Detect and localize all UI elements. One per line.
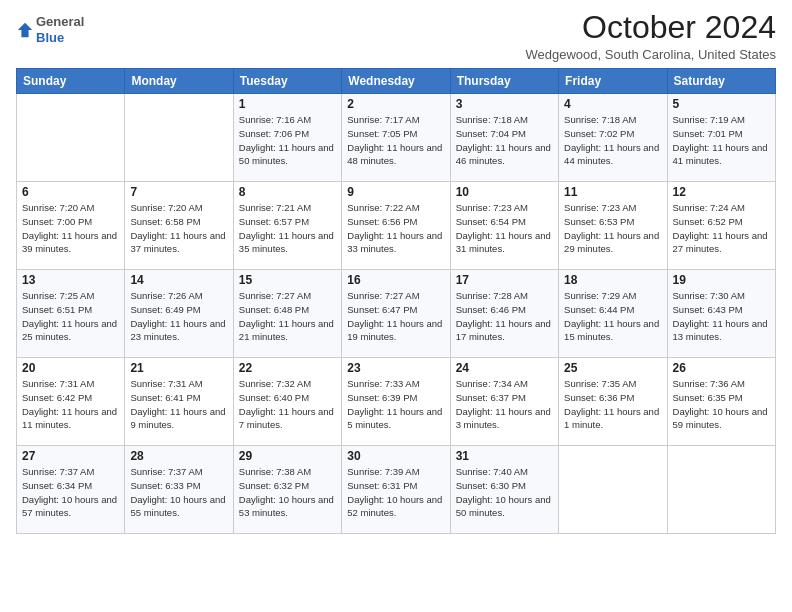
- day-number: 10: [456, 185, 553, 199]
- day-info: Sunrise: 7:22 AMSunset: 6:56 PMDaylight:…: [347, 201, 444, 256]
- day-number: 15: [239, 273, 336, 287]
- day-header-thursday: Thursday: [450, 69, 558, 94]
- day-header-tuesday: Tuesday: [233, 69, 341, 94]
- day-info: Sunrise: 7:28 AMSunset: 6:46 PMDaylight:…: [456, 289, 553, 344]
- day-info: Sunrise: 7:37 AMSunset: 6:34 PMDaylight:…: [22, 465, 119, 520]
- day-info: Sunrise: 7:33 AMSunset: 6:39 PMDaylight:…: [347, 377, 444, 432]
- calendar-cell: 23Sunrise: 7:33 AMSunset: 6:39 PMDayligh…: [342, 358, 450, 446]
- day-header-friday: Friday: [559, 69, 667, 94]
- day-info: Sunrise: 7:38 AMSunset: 6:32 PMDaylight:…: [239, 465, 336, 520]
- svg-marker-0: [18, 22, 32, 36]
- day-info: Sunrise: 7:20 AMSunset: 7:00 PMDaylight:…: [22, 201, 119, 256]
- calendar-week-5: 27Sunrise: 7:37 AMSunset: 6:34 PMDayligh…: [17, 446, 776, 534]
- day-number: 20: [22, 361, 119, 375]
- calendar-cell: 9Sunrise: 7:22 AMSunset: 6:56 PMDaylight…: [342, 182, 450, 270]
- day-info: Sunrise: 7:34 AMSunset: 6:37 PMDaylight:…: [456, 377, 553, 432]
- day-number: 28: [130, 449, 227, 463]
- day-info: Sunrise: 7:20 AMSunset: 6:58 PMDaylight:…: [130, 201, 227, 256]
- day-number: 18: [564, 273, 661, 287]
- location: Wedgewood, South Carolina, United States: [525, 47, 776, 62]
- day-number: 27: [22, 449, 119, 463]
- day-info: Sunrise: 7:17 AMSunset: 7:05 PMDaylight:…: [347, 113, 444, 168]
- logo: General Blue: [16, 14, 84, 45]
- day-number: 25: [564, 361, 661, 375]
- calendar-cell: 16Sunrise: 7:27 AMSunset: 6:47 PMDayligh…: [342, 270, 450, 358]
- calendar-table: SundayMondayTuesdayWednesdayThursdayFrid…: [16, 68, 776, 534]
- calendar-cell: 24Sunrise: 7:34 AMSunset: 6:37 PMDayligh…: [450, 358, 558, 446]
- day-info: Sunrise: 7:25 AMSunset: 6:51 PMDaylight:…: [22, 289, 119, 344]
- calendar-cell: 18Sunrise: 7:29 AMSunset: 6:44 PMDayligh…: [559, 270, 667, 358]
- calendar-cell: 31Sunrise: 7:40 AMSunset: 6:30 PMDayligh…: [450, 446, 558, 534]
- day-number: 14: [130, 273, 227, 287]
- calendar-cell: 14Sunrise: 7:26 AMSunset: 6:49 PMDayligh…: [125, 270, 233, 358]
- calendar-cell: 21Sunrise: 7:31 AMSunset: 6:41 PMDayligh…: [125, 358, 233, 446]
- calendar-cell: 27Sunrise: 7:37 AMSunset: 6:34 PMDayligh…: [17, 446, 125, 534]
- day-info: Sunrise: 7:31 AMSunset: 6:42 PMDaylight:…: [22, 377, 119, 432]
- day-number: 13: [22, 273, 119, 287]
- header: General Blue October 2024 Wedgewood, Sou…: [16, 10, 776, 62]
- month-title: October 2024: [525, 10, 776, 45]
- calendar-cell: 28Sunrise: 7:37 AMSunset: 6:33 PMDayligh…: [125, 446, 233, 534]
- day-info: Sunrise: 7:16 AMSunset: 7:06 PMDaylight:…: [239, 113, 336, 168]
- day-info: Sunrise: 7:19 AMSunset: 7:01 PMDaylight:…: [673, 113, 770, 168]
- day-info: Sunrise: 7:23 AMSunset: 6:53 PMDaylight:…: [564, 201, 661, 256]
- calendar-cell: 10Sunrise: 7:23 AMSunset: 6:54 PMDayligh…: [450, 182, 558, 270]
- calendar-cell: 19Sunrise: 7:30 AMSunset: 6:43 PMDayligh…: [667, 270, 775, 358]
- calendar-cell: 13Sunrise: 7:25 AMSunset: 6:51 PMDayligh…: [17, 270, 125, 358]
- day-info: Sunrise: 7:39 AMSunset: 6:31 PMDaylight:…: [347, 465, 444, 520]
- day-info: Sunrise: 7:21 AMSunset: 6:57 PMDaylight:…: [239, 201, 336, 256]
- calendar-cell: [559, 446, 667, 534]
- logo-text: General Blue: [36, 14, 84, 45]
- day-number: 11: [564, 185, 661, 199]
- calendar-cell: 12Sunrise: 7:24 AMSunset: 6:52 PMDayligh…: [667, 182, 775, 270]
- day-info: Sunrise: 7:18 AMSunset: 7:02 PMDaylight:…: [564, 113, 661, 168]
- calendar-cell: 7Sunrise: 7:20 AMSunset: 6:58 PMDaylight…: [125, 182, 233, 270]
- calendar-cell: 26Sunrise: 7:36 AMSunset: 6:35 PMDayligh…: [667, 358, 775, 446]
- calendar-header-row: SundayMondayTuesdayWednesdayThursdayFrid…: [17, 69, 776, 94]
- day-number: 29: [239, 449, 336, 463]
- calendar-cell: 5Sunrise: 7:19 AMSunset: 7:01 PMDaylight…: [667, 94, 775, 182]
- day-info: Sunrise: 7:40 AMSunset: 6:30 PMDaylight:…: [456, 465, 553, 520]
- day-info: Sunrise: 7:27 AMSunset: 6:47 PMDaylight:…: [347, 289, 444, 344]
- calendar-week-1: 1Sunrise: 7:16 AMSunset: 7:06 PMDaylight…: [17, 94, 776, 182]
- calendar-cell: 30Sunrise: 7:39 AMSunset: 6:31 PMDayligh…: [342, 446, 450, 534]
- day-header-wednesday: Wednesday: [342, 69, 450, 94]
- calendar-cell: 1Sunrise: 7:16 AMSunset: 7:06 PMDaylight…: [233, 94, 341, 182]
- day-info: Sunrise: 7:36 AMSunset: 6:35 PMDaylight:…: [673, 377, 770, 432]
- calendar-cell: 6Sunrise: 7:20 AMSunset: 7:00 PMDaylight…: [17, 182, 125, 270]
- day-number: 19: [673, 273, 770, 287]
- day-number: 1: [239, 97, 336, 111]
- calendar-cell: 3Sunrise: 7:18 AMSunset: 7:04 PMDaylight…: [450, 94, 558, 182]
- day-header-sunday: Sunday: [17, 69, 125, 94]
- calendar-cell: 4Sunrise: 7:18 AMSunset: 7:02 PMDaylight…: [559, 94, 667, 182]
- calendar-cell: 17Sunrise: 7:28 AMSunset: 6:46 PMDayligh…: [450, 270, 558, 358]
- day-header-saturday: Saturday: [667, 69, 775, 94]
- day-number: 23: [347, 361, 444, 375]
- day-number: 2: [347, 97, 444, 111]
- day-number: 8: [239, 185, 336, 199]
- day-number: 31: [456, 449, 553, 463]
- day-number: 30: [347, 449, 444, 463]
- title-block: October 2024 Wedgewood, South Carolina, …: [525, 10, 776, 62]
- day-number: 26: [673, 361, 770, 375]
- calendar-week-2: 6Sunrise: 7:20 AMSunset: 7:00 PMDaylight…: [17, 182, 776, 270]
- logo-blue: Blue: [36, 30, 64, 45]
- day-number: 6: [22, 185, 119, 199]
- day-number: 21: [130, 361, 227, 375]
- calendar-cell: 8Sunrise: 7:21 AMSunset: 6:57 PMDaylight…: [233, 182, 341, 270]
- calendar-cell: 20Sunrise: 7:31 AMSunset: 6:42 PMDayligh…: [17, 358, 125, 446]
- calendar-cell: [125, 94, 233, 182]
- day-number: 12: [673, 185, 770, 199]
- calendar-cell: 29Sunrise: 7:38 AMSunset: 6:32 PMDayligh…: [233, 446, 341, 534]
- day-number: 16: [347, 273, 444, 287]
- day-info: Sunrise: 7:18 AMSunset: 7:04 PMDaylight:…: [456, 113, 553, 168]
- calendar-week-4: 20Sunrise: 7:31 AMSunset: 6:42 PMDayligh…: [17, 358, 776, 446]
- day-info: Sunrise: 7:26 AMSunset: 6:49 PMDaylight:…: [130, 289, 227, 344]
- day-info: Sunrise: 7:24 AMSunset: 6:52 PMDaylight:…: [673, 201, 770, 256]
- day-info: Sunrise: 7:35 AMSunset: 6:36 PMDaylight:…: [564, 377, 661, 432]
- day-number: 5: [673, 97, 770, 111]
- day-info: Sunrise: 7:27 AMSunset: 6:48 PMDaylight:…: [239, 289, 336, 344]
- calendar-cell: 2Sunrise: 7:17 AMSunset: 7:05 PMDaylight…: [342, 94, 450, 182]
- calendar-cell: 15Sunrise: 7:27 AMSunset: 6:48 PMDayligh…: [233, 270, 341, 358]
- day-info: Sunrise: 7:30 AMSunset: 6:43 PMDaylight:…: [673, 289, 770, 344]
